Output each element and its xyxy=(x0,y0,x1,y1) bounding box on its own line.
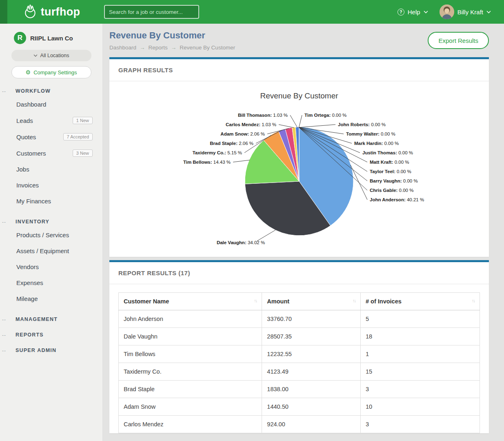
locations-dropdown[interactable]: All Locations xyxy=(11,50,91,61)
column-header-customer-name[interactable]: Customer Name↑↓ xyxy=(119,293,262,310)
cell-amount: 28507.35 xyxy=(262,328,361,345)
sidebar-item-leads[interactable]: Leads1 New xyxy=(0,112,102,129)
graph-results-title: GRAPH RESULTS xyxy=(109,59,489,81)
column-header-amount[interactable]: Amount↑↓ xyxy=(262,293,361,310)
company-settings-button[interactable]: ⚙ Company Settings xyxy=(11,66,91,78)
table-row[interactable]: John Anderson33760.705 xyxy=(119,310,480,328)
sidebar-item-mileage[interactable]: Mileage xyxy=(0,291,102,307)
label-leader-line xyxy=(279,125,294,128)
table-row[interactable]: Brad Staple1838.003 xyxy=(119,381,480,398)
breadcrumb-reports[interactable]: Reports xyxy=(149,45,168,51)
sidebar-item-dashboard[interactable]: Dashboard xyxy=(0,96,102,112)
report-results-title: REPORT RESULTS (17) xyxy=(109,262,489,284)
pie-label-barry-vaughn: Barry Vaughn: 0.00 % xyxy=(370,178,418,183)
chart-area: Revenue By CustomerTim Ortega: 0.00 %Joh… xyxy=(109,81,489,257)
sidebar-item-label: Customers xyxy=(16,150,46,157)
cell-customer-name: Brad Staple xyxy=(119,381,262,398)
sidebar-item-quotes[interactable]: Quotes7 Accepted xyxy=(0,129,102,145)
label-leader-line xyxy=(299,125,336,127)
sidebar: R RIIPL Lawn Co All Locations ⚙ Company … xyxy=(0,24,103,441)
pie-label-taxidermy-co: Taxidermy Co.: 5.15 % xyxy=(193,150,242,155)
nav-section-super-admin[interactable]: --SUPER ADMIN xyxy=(0,347,102,353)
item-badge: 3 New xyxy=(73,149,93,157)
nav-section-workflow[interactable]: --WORKFLOW xyxy=(0,88,102,94)
tree-branch-icon: -- xyxy=(2,89,6,94)
column-label: Amount xyxy=(267,298,289,305)
pie-label-chris-gable: Chris Gable: 0.00 % xyxy=(370,188,413,193)
label-leader-line xyxy=(299,115,302,127)
table-row[interactable]: Tim Bellows12232.551 xyxy=(119,345,480,363)
sidebar-item-label: Products / Services xyxy=(16,232,69,238)
sidebar-item-customers[interactable]: Customers3 New xyxy=(0,145,102,161)
nav-section-management[interactable]: --MANAGEMENT xyxy=(0,316,102,322)
nav-section-label: SUPER ADMIN xyxy=(16,347,56,353)
sort-icon[interactable]: ↑↓ xyxy=(254,298,257,303)
sidebar-item-products-services[interactable]: Products / Services xyxy=(0,227,102,243)
item-badge: 7 Accepted xyxy=(63,133,93,140)
search-input[interactable] xyxy=(104,5,199,19)
label-leader-line xyxy=(257,230,275,241)
sidebar-item-my-finances[interactable]: My Finances xyxy=(0,193,102,209)
sidebar-item-label: Mileage xyxy=(16,295,38,302)
table-row[interactable]: Taxidermy Co.4123.4915 xyxy=(119,363,480,381)
nav-section-reports[interactable]: --REPORTS xyxy=(0,332,102,338)
pie-label-justin-thomas: Justin Thomas: 0.00 % xyxy=(362,150,413,155)
pie-label-carlos-mendez: Carlos Mendez: 1.03 % xyxy=(226,122,276,127)
cell-amount: 924.00 xyxy=(262,416,361,433)
export-results-button[interactable]: Export Results xyxy=(428,32,489,49)
sidebar-item-label: Quotes xyxy=(16,134,36,140)
nav-section-label: MANAGEMENT xyxy=(16,316,58,322)
cell-amount: 12232.55 xyxy=(262,345,361,363)
pie-label-matt-kraft: Matt Kraft: 0.00 % xyxy=(370,160,409,165)
cell-customer-name: Taxidermy Co. xyxy=(119,363,262,381)
pie-label-john-anderson: John Anderson: 40.21 % xyxy=(370,197,424,202)
company-settings-label: Company Settings xyxy=(33,69,77,76)
column-header-of-invoices[interactable]: # of Invoices↑↓ xyxy=(360,293,480,310)
tree-branch-icon: -- xyxy=(2,348,6,354)
chevron-down-icon xyxy=(424,11,428,13)
cell-invoice-count: 3 xyxy=(360,381,480,398)
locations-label: All Locations xyxy=(40,53,69,58)
cell-invoice-count: 15 xyxy=(360,363,480,381)
breadcrumb: Dashboard→Reports→Revenue By Customer xyxy=(109,45,235,51)
sort-icon[interactable]: ↑↓ xyxy=(353,298,355,303)
global-search xyxy=(103,5,199,19)
nav-section-inventory[interactable]: --INVENTORY xyxy=(0,219,102,225)
pie-label-bill-thomason: Bill Thomason: 1.03 % xyxy=(238,113,288,118)
logo-text: turfhop xyxy=(41,6,80,18)
sidebar-nav: --WORKFLOWDashboardLeads1 NewQuotes7 Acc… xyxy=(0,88,102,353)
breadcrumb-arrow-icon: → xyxy=(171,45,177,51)
sidebar-item-assets-equipment[interactable]: Assets / Equipment xyxy=(0,243,102,259)
sidebar-item-jobs[interactable]: Jobs xyxy=(0,161,102,177)
tree-branch-icon: -- xyxy=(2,332,6,338)
sidebar-item-expenses[interactable]: Expenses xyxy=(0,275,102,291)
cell-invoice-count: 18 xyxy=(360,328,480,345)
table-row[interactable]: Carlos Mendez924.003 xyxy=(119,416,480,433)
turfhop-logo[interactable]: turfhop xyxy=(0,4,103,19)
sidebar-item-label: Leads xyxy=(16,117,33,124)
user-menu[interactable]: Billy Kraft xyxy=(440,4,491,19)
sidebar-item-invoices[interactable]: Invoices xyxy=(0,177,102,193)
breadcrumb-arrow-icon: → xyxy=(140,45,145,51)
pie-label-tim-bellows: Tim Bellows: 14.43 % xyxy=(183,160,231,165)
pie-label-brad-staple: Brad Staple: 2.06 % xyxy=(210,141,253,146)
avatar xyxy=(440,4,454,19)
sidebar-item-vendors[interactable]: Vendors xyxy=(0,259,102,275)
report-table: Customer Name↑↓Amount↑↓# of Invoices↑↓ J… xyxy=(118,292,480,433)
label-leader-line xyxy=(290,115,298,127)
company-name: RIIPL Lawn Co xyxy=(30,35,73,42)
turfhop-logo-icon xyxy=(23,4,38,19)
cell-amount: 33760.70 xyxy=(262,310,361,328)
cell-customer-name: Adam Snow xyxy=(119,398,262,416)
breadcrumb-dashboard[interactable]: Dashboard xyxy=(109,45,136,51)
sort-icon[interactable]: ↑↓ xyxy=(472,298,475,303)
sidebar-item-label: Invoices xyxy=(16,182,39,189)
table-row[interactable]: Dale Vaughn28507.3518 xyxy=(119,328,480,345)
table-row[interactable]: Adam Snow1440.5010 xyxy=(119,398,480,416)
cell-invoice-count: 5 xyxy=(360,310,480,328)
main-content: Revenue By Customer Dashboard→Reports→Re… xyxy=(103,24,504,441)
tree-branch-icon: -- xyxy=(2,317,6,323)
tree-branch-icon: -- xyxy=(2,219,6,225)
item-badge: 1 New xyxy=(73,117,93,124)
help-menu[interactable]: ? Help xyxy=(397,9,428,16)
